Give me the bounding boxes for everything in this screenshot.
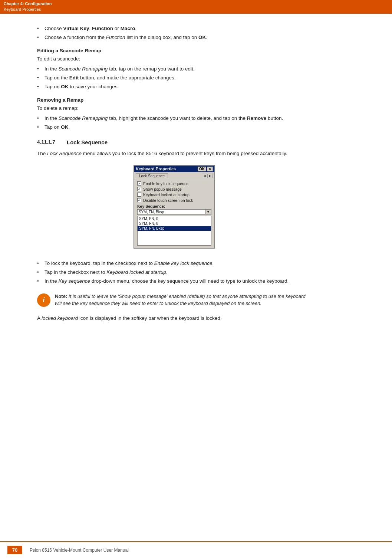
remove-bold: Remove bbox=[247, 115, 267, 121]
removing-heading: Removing a Remap bbox=[37, 97, 312, 103]
list-item-empty-2 bbox=[138, 236, 211, 240]
chapter-title: Chapter 4: Configuration bbox=[4, 1, 388, 7]
lock-sequence-section: 4.11.1.7 Lock Sequence bbox=[37, 139, 312, 145]
after-bullet-3: In the Key sequence drop-down menu, choo… bbox=[37, 278, 312, 285]
dialog-tabs: Lock Sequence ◄ ► bbox=[134, 172, 214, 179]
list-item-empty-1 bbox=[138, 231, 211, 236]
virtual-key-bold: Virtual Key bbox=[63, 26, 89, 31]
lock-sequence-italic: Lock Sequence bbox=[47, 151, 82, 156]
dialog-container: Keyboard Properties OK × Lock Sequence ◄… bbox=[37, 165, 312, 249]
header-subtitle: Keyboard Properties bbox=[4, 7, 388, 12]
dialog-title: Keyboard Properties bbox=[136, 167, 197, 171]
intro-bullet-2: Choose a function from the Function list… bbox=[37, 34, 312, 41]
intro-bullet-list: Choose Virtual Key, Function or Macro. C… bbox=[37, 25, 312, 42]
dropdown-arrow-icon[interactable]: ▼ bbox=[205, 210, 211, 214]
editing-bullet-3: Tap on OK to save your changes. bbox=[37, 83, 312, 91]
key-sequence-dropdown[interactable]: SYM, FN, Bksp ▼ bbox=[137, 209, 211, 215]
ok-bold-2: OK bbox=[61, 84, 68, 89]
editing-intro: To edit a scancode: bbox=[37, 55, 312, 63]
function-bold: Function bbox=[92, 26, 113, 31]
enable-key-lock-checkbox[interactable] bbox=[137, 181, 141, 186]
checkbox-row-4: Disable touch screen on lock bbox=[137, 198, 211, 203]
show-popup-checkbox[interactable] bbox=[137, 187, 141, 191]
checkbox-row-2: Show popup message bbox=[137, 187, 211, 191]
footer-product: Psion 8516 Vehicle-Mount Computer User M… bbox=[30, 548, 129, 553]
disable-touch-screen-checkbox[interactable] bbox=[137, 198, 141, 202]
function-italic: Function bbox=[106, 35, 125, 40]
show-popup-label: Show popup message bbox=[143, 187, 182, 191]
list-item-1[interactable]: SYM, FN, 0 bbox=[138, 216, 211, 221]
dropdown-value: SYM, FN, Bksp bbox=[138, 210, 205, 214]
ok-bold: OK bbox=[198, 35, 206, 40]
macro-bold: Macro bbox=[121, 26, 135, 31]
scancode-remapping-italic-1: Scancode Remapping bbox=[59, 66, 108, 72]
removing-bullet-list: In the Scancode Remapping tab, highlight… bbox=[37, 115, 312, 131]
dialog-body: Enable key lock sequence Show popup mess… bbox=[134, 179, 214, 248]
editing-bullet-1: In the Scancode Remapping tab, tap on th… bbox=[37, 65, 312, 73]
key-sequence-label: Key Sequence: bbox=[137, 204, 211, 209]
note-text: Note: It is useful to leave the 'Show po… bbox=[55, 293, 312, 307]
page-header: Chapter 4: Configuration Keyboard Proper… bbox=[0, 0, 392, 14]
locked-keyboard-italic: locked keyboard bbox=[42, 315, 78, 321]
editing-bullet-2: Tap on the Edit button, and make the app… bbox=[37, 74, 312, 82]
info-icon: i bbox=[43, 296, 45, 304]
key-sequence-listbox[interactable]: SYM, FN, 0 SYM, FN, 8 SYM, FN, Bksp bbox=[137, 216, 211, 246]
list-item-2[interactable]: SYM, FN, 8 bbox=[138, 221, 211, 226]
section-number: 4.11.1.7 bbox=[37, 139, 67, 145]
after-dialog-bullet-list: To lock the keyboard, tap in the checkbo… bbox=[37, 260, 312, 285]
note-icon: i bbox=[37, 293, 50, 307]
removing-bullet-1: In the Scancode Remapping tab, highlight… bbox=[37, 115, 312, 122]
page-number: 70 bbox=[7, 546, 22, 554]
tab-arrows: ◄ ► bbox=[202, 173, 213, 179]
edit-bold: Edit bbox=[69, 75, 79, 81]
section-title: Lock Sequence bbox=[67, 139, 108, 145]
removing-intro: To delete a remap: bbox=[37, 105, 312, 112]
keyboard-locked-italic: Keyboard locked at startup bbox=[106, 269, 166, 275]
disable-touch-screen-label: Disable touch screen on lock bbox=[143, 198, 193, 203]
checkbox-row-1: Enable key lock sequence bbox=[137, 181, 211, 186]
after-bullet-2: Tap in the checkbox next to Keyboard loc… bbox=[37, 269, 312, 276]
editing-bullet-list: In the Scancode Remapping tab, tap on th… bbox=[37, 65, 312, 91]
tab-left-arrow[interactable]: ◄ bbox=[202, 174, 207, 178]
enable-key-lock-italic: Enable key lock sequence bbox=[154, 260, 213, 266]
scancode-remapping-italic-2: Scancode Remapping bbox=[59, 115, 108, 121]
lock-sequence-tab[interactable]: Lock Sequence bbox=[136, 173, 168, 179]
list-item-empty-3 bbox=[138, 240, 211, 245]
main-content: Choose Virtual Key, Function or Macro. C… bbox=[0, 14, 334, 347]
keyboard-locked-startup-checkbox[interactable] bbox=[137, 193, 141, 197]
intro-bullet-1: Choose Virtual Key, Function or Macro. bbox=[37, 25, 312, 32]
editing-heading: Editing a Scancode Remap bbox=[37, 48, 312, 53]
enable-key-lock-label: Enable key lock sequence bbox=[143, 181, 188, 186]
keyboard-locked-startup-label: Keyboard locked at startup bbox=[143, 193, 190, 197]
keyboard-properties-dialog: Keyboard Properties OK × Lock Sequence ◄… bbox=[134, 165, 215, 249]
list-item-3-selected[interactable]: SYM, FN, Bksp bbox=[138, 226, 211, 231]
dialog-ok-button[interactable]: OK bbox=[198, 167, 206, 171]
dialog-titlebar: Keyboard Properties OK × bbox=[134, 166, 214, 172]
tab-right-arrow[interactable]: ► bbox=[207, 174, 213, 178]
note-label: Note: bbox=[55, 293, 69, 299]
note-content: It is useful to leave the 'Show popup me… bbox=[55, 293, 306, 306]
checkbox-row-3: Keyboard locked at startup bbox=[137, 193, 211, 197]
page-footer: 70 Psion 8516 Vehicle-Mount Computer Use… bbox=[0, 541, 392, 558]
removing-bullet-2: Tap on OK. bbox=[37, 124, 312, 131]
ok-bold-3: OK bbox=[61, 124, 68, 130]
locked-keyboard-para: A locked keyboard icon is displayed in t… bbox=[37, 315, 312, 322]
after-bullet-1: To lock the keyboard, tap in the checkbo… bbox=[37, 260, 312, 267]
note-box: i Note: It is useful to leave the 'Show … bbox=[37, 293, 312, 307]
lock-sequence-desc: The Lock Sequence menu allows you to loc… bbox=[37, 150, 312, 158]
dialog-close-button[interactable]: × bbox=[207, 167, 213, 171]
key-sequence-italic: Key sequence bbox=[59, 278, 90, 284]
